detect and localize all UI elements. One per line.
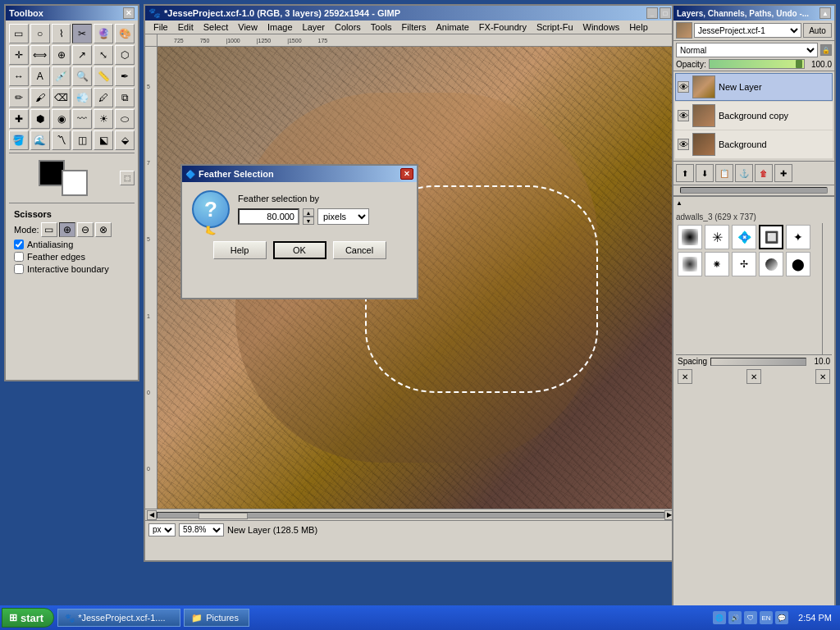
menu-image[interactable]: Image xyxy=(262,21,298,33)
menu-colors[interactable]: Colors xyxy=(330,21,366,33)
tool-scale[interactable]: ⤡ xyxy=(94,45,113,65)
h-scroll-thumb[interactable] xyxy=(199,513,248,519)
tool-fuzzy-select[interactable]: 🔮 xyxy=(94,24,113,43)
tool-flip[interactable]: ↔ xyxy=(9,66,29,86)
tool-paths[interactable]: ✒ xyxy=(115,66,135,86)
tool-color-picker[interactable]: 💉 xyxy=(52,66,71,86)
brush-item-4-selected[interactable]: 🔲 xyxy=(759,225,783,249)
gimp-maximize-button[interactable]: □ xyxy=(660,7,671,19)
layer-new-btn[interactable]: ✚ xyxy=(774,164,792,182)
tool-bucket-fill[interactable]: 🪣 xyxy=(9,130,29,150)
tool-dodge[interactable]: ☀ xyxy=(94,109,113,129)
tool-measure[interactable]: 📏 xyxy=(94,66,113,86)
brush-item-10[interactable]: ⬤ xyxy=(786,252,810,276)
tool-eraser[interactable]: ⌫ xyxy=(52,88,71,107)
fg-bg-selector[interactable] xyxy=(39,160,88,196)
brush-action-3[interactable]: ✕ xyxy=(815,369,830,384)
brushes-scroll-icon[interactable]: ▲ xyxy=(676,199,687,211)
layers-h-scrollbar[interactable] xyxy=(680,187,828,194)
mode-btn-1[interactable]: ▭ xyxy=(41,222,57,237)
zoom-selector[interactable]: 59.8% xyxy=(179,523,224,536)
tool-rotate[interactable]: ↗ xyxy=(72,45,92,65)
layer-item-background-copy[interactable]: 👁 Background copy xyxy=(675,102,833,130)
tool-rectangle-select[interactable]: ▭ xyxy=(9,24,29,43)
tool-move[interactable]: ✛ xyxy=(9,45,29,65)
layer-visibility-bg-copy[interactable]: 👁 xyxy=(678,110,689,121)
tool-by-color[interactable]: 🎨 xyxy=(115,24,135,43)
layer-delete-btn[interactable]: 🗑 xyxy=(755,164,773,182)
h-scroll-track[interactable] xyxy=(157,512,664,518)
background-color[interactable] xyxy=(62,170,88,196)
help-button[interactable]: Help xyxy=(213,241,267,259)
tool-paintbrush[interactable]: 🖌 xyxy=(30,88,50,107)
menu-help[interactable]: Help xyxy=(624,21,653,33)
tool-blend[interactable]: 🌊 xyxy=(30,130,50,150)
tool-crop[interactable]: ⊕ xyxy=(52,45,71,65)
menu-windows[interactable]: Windows xyxy=(578,21,625,33)
tool-shear[interactable]: ⬡ xyxy=(115,45,135,65)
brush-action-2[interactable]: ✕ xyxy=(746,369,761,384)
brush-item-9[interactable] xyxy=(759,252,783,276)
opacity-slider[interactable] xyxy=(709,59,805,69)
layer-mode-selector[interactable]: Normal xyxy=(676,43,818,57)
tool-airbrush[interactable]: 💨 xyxy=(72,88,92,107)
spin-down-button[interactable]: ▼ xyxy=(303,217,314,225)
tool-extra1[interactable]: ◫ xyxy=(72,130,92,150)
gimp-minimize-button[interactable]: _ xyxy=(646,7,658,19)
feather-edges-checkbox[interactable] xyxy=(14,252,24,262)
auto-button[interactable]: Auto xyxy=(803,23,832,38)
layer-duplicate-btn[interactable]: 📋 xyxy=(715,164,733,182)
layer-move-down-btn[interactable]: ⬇ xyxy=(696,164,714,182)
menu-tools[interactable]: Tools xyxy=(366,21,397,33)
tool-extra3[interactable]: ⬙ xyxy=(115,130,135,150)
taskbar-item-gimp[interactable]: 🐾 *JesseProject.xcf-1.... xyxy=(57,609,180,627)
menu-select[interactable]: Select xyxy=(199,21,234,33)
tool-warp[interactable]: 〽 xyxy=(52,130,71,150)
project-selector[interactable]: JesseProject.xcf-1 xyxy=(694,23,801,38)
menu-edit[interactable]: Edit xyxy=(173,21,199,33)
brush-item-8[interactable]: ✢ xyxy=(732,252,756,276)
tool-ink[interactable]: 🖊 xyxy=(94,88,113,107)
spin-up-button[interactable]: ▲ xyxy=(303,208,314,217)
layer-item-background[interactable]: 👁 Background xyxy=(675,130,833,158)
layer-visibility-new[interactable]: 👁 xyxy=(678,81,689,93)
feather-unit-selector[interactable]: pixels percent xyxy=(317,208,369,225)
tool-perspective-clone[interactable]: ⬢ xyxy=(30,109,50,129)
mode-btn-2[interactable]: ⊕ xyxy=(59,222,75,237)
tool-align[interactable]: ⟺ xyxy=(30,45,50,65)
layer-anchor-btn[interactable]: ⚓ xyxy=(735,164,753,182)
tool-smudge[interactable]: 〰 xyxy=(72,109,92,129)
tool-convolve[interactable]: ⬭ xyxy=(115,109,135,129)
ok-button[interactable]: OK xyxy=(273,241,326,259)
brushes-v-scrollbar[interactable] xyxy=(822,223,832,354)
feather-dialog-close-button[interactable]: ✕ xyxy=(400,168,413,180)
menu-view[interactable]: View xyxy=(233,21,262,33)
brush-item-3[interactable]: 💠 xyxy=(732,225,756,249)
brush-item-2[interactable]: ✳ xyxy=(705,225,729,249)
mode-btn-3[interactable]: ⊖ xyxy=(77,222,94,237)
taskbar-item-pictures[interactable]: 📁 Pictures xyxy=(184,609,249,627)
horizontal-scrollbar[interactable]: ◀ ▶ ⊕ xyxy=(145,509,687,520)
scroll-left-button[interactable]: ◀ xyxy=(147,510,157,520)
tool-free-select[interactable]: ⌇ xyxy=(52,24,71,43)
tool-magnify[interactable]: 🔍 xyxy=(72,66,92,86)
menu-layer[interactable]: Layer xyxy=(298,21,331,33)
layer-item-new-layer[interactable]: 👁 New Layer xyxy=(675,73,833,101)
layers-scroll-up[interactable]: ▲ xyxy=(819,7,831,19)
unit-selector[interactable]: px xyxy=(148,523,176,536)
layer-move-up-btn[interactable]: ⬆ xyxy=(676,164,694,182)
brush-item-6[interactable] xyxy=(678,252,702,276)
tool-blur[interactable]: ◉ xyxy=(52,109,71,129)
menu-animate[interactable]: Animate xyxy=(431,21,473,33)
mode-btn-4[interactable]: ⊗ xyxy=(95,222,112,237)
antialiasing-checkbox[interactable] xyxy=(14,240,24,249)
tool-ellipse-select[interactable]: ○ xyxy=(30,24,50,43)
spacing-slider[interactable] xyxy=(710,358,806,366)
brush-item-7[interactable]: ⁕ xyxy=(705,252,729,276)
brush-item-5[interactable]: ✦ xyxy=(786,225,810,249)
keep-transparency-icon[interactable]: 🔒 xyxy=(820,44,832,56)
tool-extra2[interactable]: ⬕ xyxy=(94,130,113,150)
layer-visibility-bg[interactable]: 👁 xyxy=(678,139,689,150)
start-button[interactable]: ⊞ start xyxy=(2,608,54,628)
tool-heal[interactable]: ✚ xyxy=(9,109,29,129)
